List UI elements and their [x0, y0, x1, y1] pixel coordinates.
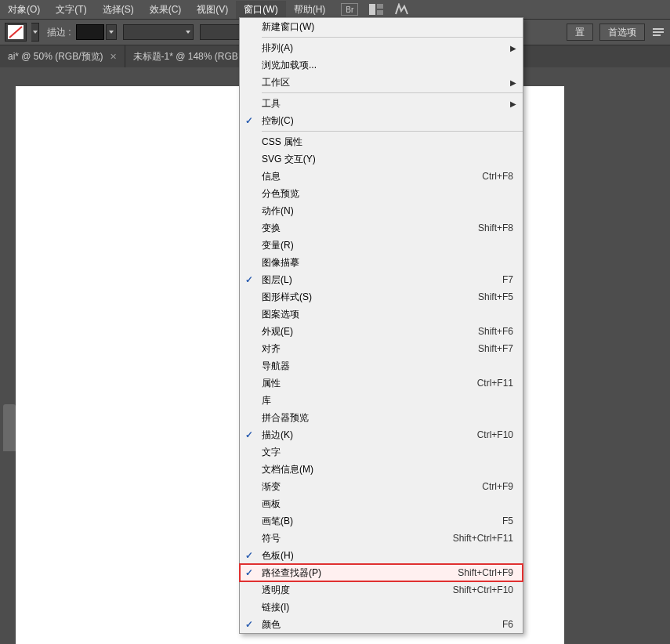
tab-label: ai* @ 50% (RGB/预览) [8, 50, 103, 63]
menu-item-label: 图层(L) [259, 273, 502, 287]
menu-item[interactable]: 文字 [240, 443, 523, 461]
menu-item[interactable]: 分色预览 [240, 185, 523, 202]
menu-item-label: 信息 [259, 170, 482, 183]
menu-item-label: 颜色 [259, 618, 502, 631]
menu-item-label: 库 [259, 394, 513, 407]
shortcut-label: Shift+Ctrl+F11 [453, 533, 513, 544]
menu-item[interactable]: 新建窗口(W) [240, 18, 523, 35]
window-menu-dropdown: 新建窗口(W)排列(A)▶浏览加载项...工作区▶工具▶✓控制(C)CSS 属性… [239, 17, 523, 634]
menu-item[interactable]: 图形样式(S)Shift+F5 [240, 288, 523, 306]
preferences-button[interactable]: 首选项 [599, 24, 645, 41]
check-icon: ✓ [240, 429, 259, 440]
svg-rect-2 [377, 10, 383, 15]
menu-item[interactable]: 工作区▶ [240, 74, 523, 91]
menu-item-label: 文档信息(M) [259, 463, 513, 476]
shortcut-label: F5 [502, 516, 513, 526]
menu-item[interactable]: 浏览加载项... [240, 56, 523, 74]
menubar: 对象(O) 文字(T) 选择(S) 效果(C) 视图(V) 窗口(W) 帮助(H… [0, 0, 670, 19]
menu-item-label: 变换 [259, 222, 478, 235]
menu-item-label: 图像描摹 [259, 256, 513, 270]
no-selection-icon[interactable] [5, 23, 27, 42]
shortcut-label: Ctrl+F10 [477, 429, 513, 440]
bridge-icon[interactable]: Br [341, 3, 358, 16]
menu-item[interactable]: ✓控制(C) [240, 112, 523, 129]
menu-item[interactable]: 库 [240, 392, 523, 409]
menu-item[interactable]: ✓图层(L)F7 [240, 271, 523, 288]
gpu-icon[interactable] [394, 2, 408, 16]
close-icon[interactable]: ✕ [110, 52, 117, 62]
menu-item[interactable]: CSS 属性 [240, 133, 523, 150]
menu-window[interactable]: 窗口(W) [236, 1, 285, 19]
menu-separator [262, 92, 523, 93]
panel-menu-icon[interactable] [651, 25, 665, 39]
menu-item[interactable]: 拼合器预览 [240, 409, 523, 426]
menu-item[interactable]: 动作(N) [240, 202, 523, 219]
shortcut-label: Ctrl+F11 [477, 378, 513, 389]
menu-item[interactable]: 图案选项 [240, 306, 523, 323]
menu-item-label: 色板(H) [259, 549, 513, 563]
menu-item-label: 外观(E) [259, 325, 478, 338]
menu-item[interactable]: 透明度Shift+Ctrl+F10 [240, 581, 523, 599]
menu-item-label: 属性 [259, 377, 477, 390]
menu-item[interactable]: 对齐Shift+F7 [240, 340, 523, 357]
stroke-label: 描边 : [47, 26, 71, 39]
menu-separator [262, 37, 523, 38]
menu-item-label: 透明度 [259, 584, 453, 597]
menu-effect[interactable]: 效果(C) [142, 1, 190, 19]
tab-label: 未标题-1* @ 148% (RGB [133, 50, 238, 63]
stroke-caret[interactable] [106, 24, 117, 40]
menu-item[interactable]: 图像描摹 [240, 254, 523, 271]
shortcut-label: Ctrl+F8 [482, 171, 513, 182]
menu-item[interactable]: SVG 交互(Y) [240, 150, 523, 168]
menu-item-label: 控制(C) [259, 114, 513, 128]
menu-item[interactable]: 排列(A)▶ [240, 39, 523, 56]
menu-item[interactable]: 文档信息(M) [240, 461, 523, 478]
menu-item[interactable]: ✓颜色F6 [240, 616, 523, 633]
menu-item[interactable]: ✓路径查找器(P)Shift+Ctrl+F9 [240, 564, 523, 581]
menu-item[interactable]: 画板 [240, 495, 523, 512]
menu-item[interactable]: 链接(I) [240, 599, 523, 616]
menu-item-label: 链接(I) [259, 601, 513, 614]
shortcut-label: Shift+F8 [478, 223, 513, 233]
arrange-docs-icon[interactable] [369, 2, 383, 16]
menu-item-label: 对齐 [259, 342, 478, 356]
menu-item[interactable]: 导航器 [240, 357, 523, 374]
menu-item[interactable]: 外观(E)Shift+F6 [240, 323, 523, 340]
menu-view[interactable]: 视图(V) [189, 1, 236, 19]
check-icon: ✓ [240, 619, 259, 630]
menu-item[interactable]: 变换Shift+F8 [240, 219, 523, 237]
svg-rect-5 [653, 28, 664, 30]
menu-item[interactable]: 变量(R) [240, 237, 523, 254]
check-icon: ✓ [240, 274, 259, 285]
menu-item[interactable]: 信息Ctrl+F8 [240, 168, 523, 185]
svg-rect-1 [377, 4, 383, 9]
menu-item-label: 画笔(B) [259, 515, 502, 528]
document-tab-2[interactable]: 未标题-1* @ 148% (RGB [125, 45, 247, 67]
stroke-swatch[interactable] [76, 24, 104, 40]
menu-item-label: 图形样式(S) [259, 291, 478, 304]
menu-item[interactable]: ✓描边(K)Ctrl+F10 [240, 426, 523, 443]
menu-item[interactable]: 渐变Ctrl+F9 [240, 478, 523, 495]
menu-help[interactable]: 帮助(H) [286, 1, 334, 19]
menu-item[interactable]: 符号Shift+Ctrl+F11 [240, 530, 523, 547]
menu-item-label: 导航器 [259, 360, 513, 373]
menu-separator [262, 131, 523, 132]
svg-rect-6 [653, 31, 664, 33]
menu-item[interactable]: ✓色板(H) [240, 547, 523, 564]
shortcut-label: Ctrl+F9 [482, 481, 513, 492]
doc-setup-button[interactable]: 置 [567, 24, 593, 41]
svg-rect-0 [369, 4, 375, 15]
menu-item[interactable]: 画笔(B)F5 [240, 512, 523, 530]
menu-object[interactable]: 对象(O) [0, 1, 48, 19]
menu-type[interactable]: 文字(T) [48, 1, 94, 19]
menu-item-label: 排列(A) [259, 42, 513, 55]
stroke-weight-dropdown[interactable] [123, 24, 194, 40]
menu-item[interactable]: 属性Ctrl+F11 [240, 374, 523, 392]
tool-caret[interactable] [31, 23, 39, 42]
menu-select[interactable]: 选择(S) [95, 1, 142, 19]
menu-item-label: 工作区 [259, 76, 513, 89]
shortcut-label: Shift+F7 [478, 343, 513, 354]
menu-item[interactable]: 工具▶ [240, 95, 523, 112]
menu-item-label: 工具 [259, 97, 513, 110]
document-tab-1[interactable]: ai* @ 50% (RGB/预览) ✕ [0, 45, 125, 67]
